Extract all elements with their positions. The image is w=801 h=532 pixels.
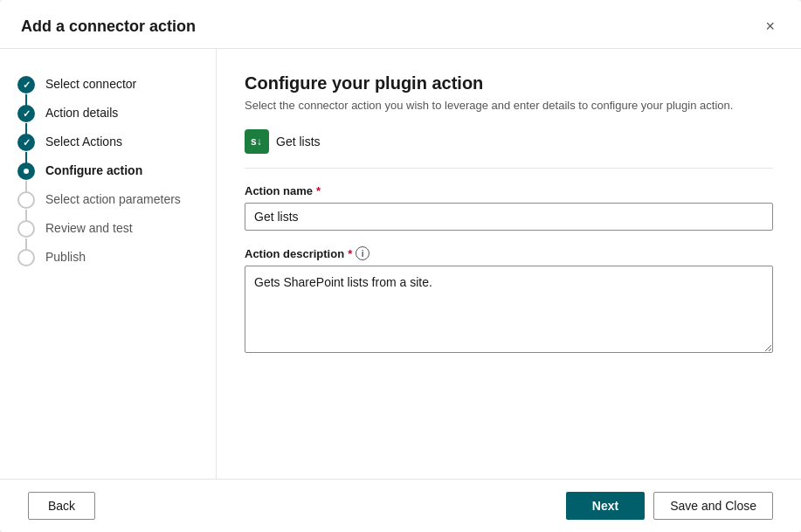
sidebar-item-action-details[interactable]: ✓ Action details	[0, 99, 216, 128]
footer-right: Next Save and Close	[566, 492, 773, 520]
step-label-review-and-test: Review and test	[45, 219, 133, 238]
close-button[interactable]: ×	[760, 16, 780, 38]
info-icon: i	[356, 246, 369, 260]
save-close-button[interactable]: Save and Close	[653, 492, 773, 520]
step-circle-review-and-test	[17, 220, 35, 238]
sidebar-item-publish[interactable]: Publish	[0, 243, 216, 272]
section-title: Configure your plugin action	[245, 73, 773, 93]
next-button[interactable]: Next	[566, 492, 645, 520]
action-name-label: Action name *	[245, 184, 773, 197]
sharepoint-icon: s↓	[245, 129, 269, 154]
step-circle-select-actions: ✓	[17, 134, 35, 151]
svg-text:s↓: s↓	[251, 135, 262, 148]
sidebar-item-configure-action[interactable]: Configure action	[0, 156, 216, 185]
action-description-label: Action description * i	[245, 246, 773, 260]
modal-title: Add a connector action	[21, 17, 196, 36]
step-label-select-connector: Select connector	[45, 75, 136, 93]
action-name-input[interactable]	[245, 203, 773, 231]
step-label-select-actions: Select Actions	[45, 133, 122, 151]
sidebar-item-select-connector[interactable]: ✓ Select connector	[0, 70, 216, 99]
sidebar-item-review-and-test[interactable]: Review and test	[0, 214, 216, 243]
step-circle-select-action-parameters	[17, 191, 35, 209]
action-name-required: *	[316, 184, 321, 197]
action-description-required: *	[348, 247, 352, 260]
action-description-group: Action description * i	[245, 246, 773, 356]
step-label-publish: Publish	[45, 248, 86, 266]
modal-body: ✓ Select connector ✓ Action details ✓ Se…	[0, 49, 801, 479]
step-circle-select-connector: ✓	[17, 76, 35, 93]
step-circle-configure-action	[17, 162, 35, 180]
modal-header: Add a connector action ×	[0, 0, 801, 49]
sidebar: ✓ Select connector ✓ Action details ✓ Se…	[0, 49, 217, 479]
section-subtitle: Select the connector action you wish to …	[245, 99, 773, 112]
modal: Add a connector action × ✓ Select connec…	[0, 0, 801, 532]
sidebar-item-select-action-parameters[interactable]: Select action parameters	[0, 185, 216, 214]
step-label-select-action-parameters: Select action parameters	[45, 190, 181, 209]
main-content: Configure your plugin action Select the …	[217, 49, 801, 479]
step-circle-publish	[17, 249, 35, 266]
back-button[interactable]: Back	[28, 492, 95, 520]
step-label-action-details: Action details	[45, 104, 118, 122]
action-name-group: Action name *	[245, 184, 773, 231]
action-description-textarea[interactable]	[245, 266, 773, 353]
action-chip-label: Get lists	[276, 135, 321, 149]
step-label-configure-action: Configure action	[45, 162, 142, 180]
step-circle-action-details: ✓	[17, 105, 35, 122]
sidebar-item-select-actions[interactable]: ✓ Select Actions	[0, 128, 216, 156]
action-chip: s↓ Get lists	[245, 129, 773, 169]
modal-footer: Back Next Save and Close	[0, 479, 801, 532]
